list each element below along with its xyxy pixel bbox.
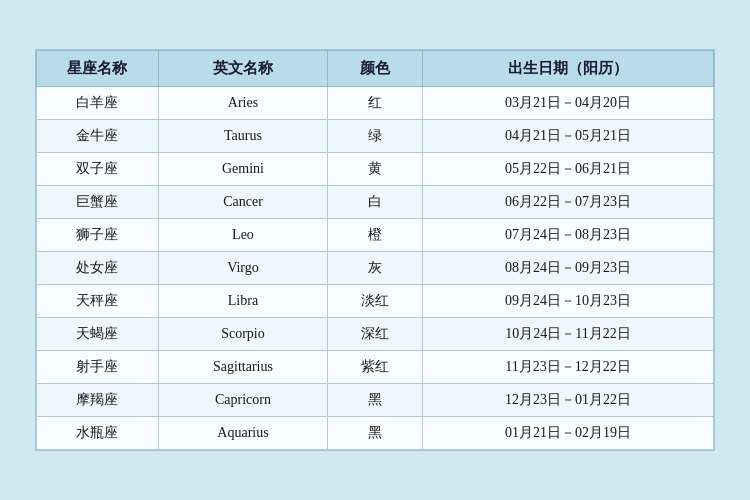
- cell-color: 绿: [328, 120, 423, 153]
- cell-date: 07月24日－08月23日: [422, 219, 713, 252]
- cell-color: 黑: [328, 384, 423, 417]
- cell-chinese: 白羊座: [37, 87, 159, 120]
- cell-chinese: 水瓶座: [37, 417, 159, 450]
- header-date: 出生日期（阳历）: [422, 51, 713, 87]
- cell-color: 白: [328, 186, 423, 219]
- table-row: 狮子座Leo橙07月24日－08月23日: [37, 219, 714, 252]
- cell-english: Gemini: [158, 153, 327, 186]
- cell-chinese: 摩羯座: [37, 384, 159, 417]
- zodiac-table: 星座名称 英文名称 颜色 出生日期（阳历） 白羊座Aries红03月21日－04…: [36, 50, 714, 450]
- cell-english: Aquarius: [158, 417, 327, 450]
- cell-english: Aries: [158, 87, 327, 120]
- cell-chinese: 处女座: [37, 252, 159, 285]
- cell-english: Capricorn: [158, 384, 327, 417]
- cell-english: Cancer: [158, 186, 327, 219]
- cell-color: 橙: [328, 219, 423, 252]
- cell-chinese: 狮子座: [37, 219, 159, 252]
- table-row: 巨蟹座Cancer白06月22日－07月23日: [37, 186, 714, 219]
- header-chinese: 星座名称: [37, 51, 159, 87]
- cell-chinese: 天秤座: [37, 285, 159, 318]
- zodiac-table-container: 星座名称 英文名称 颜色 出生日期（阳历） 白羊座Aries红03月21日－04…: [35, 49, 715, 451]
- table-row: 金牛座Taurus绿04月21日－05月21日: [37, 120, 714, 153]
- cell-english: Scorpio: [158, 318, 327, 351]
- table-header-row: 星座名称 英文名称 颜色 出生日期（阳历）: [37, 51, 714, 87]
- cell-date: 01月21日－02月19日: [422, 417, 713, 450]
- cell-color: 淡红: [328, 285, 423, 318]
- table-row: 射手座Sagittarius紫红11月23日－12月22日: [37, 351, 714, 384]
- cell-english: Virgo: [158, 252, 327, 285]
- cell-date: 06月22日－07月23日: [422, 186, 713, 219]
- cell-date: 08月24日－09月23日: [422, 252, 713, 285]
- cell-date: 10月24日－11月22日: [422, 318, 713, 351]
- table-row: 处女座Virgo灰08月24日－09月23日: [37, 252, 714, 285]
- table-row: 摩羯座Capricorn黑12月23日－01月22日: [37, 384, 714, 417]
- cell-color: 黑: [328, 417, 423, 450]
- cell-color: 黄: [328, 153, 423, 186]
- table-row: 天秤座Libra淡红09月24日－10月23日: [37, 285, 714, 318]
- cell-date: 04月21日－05月21日: [422, 120, 713, 153]
- cell-date: 05月22日－06月21日: [422, 153, 713, 186]
- header-color: 颜色: [328, 51, 423, 87]
- cell-date: 03月21日－04月20日: [422, 87, 713, 120]
- table-row: 白羊座Aries红03月21日－04月20日: [37, 87, 714, 120]
- table-row: 双子座Gemini黄05月22日－06月21日: [37, 153, 714, 186]
- cell-color: 红: [328, 87, 423, 120]
- cell-english: Taurus: [158, 120, 327, 153]
- cell-english: Sagittarius: [158, 351, 327, 384]
- cell-color: 灰: [328, 252, 423, 285]
- table-row: 天蝎座Scorpio深红10月24日－11月22日: [37, 318, 714, 351]
- table-row: 水瓶座Aquarius黑01月21日－02月19日: [37, 417, 714, 450]
- cell-date: 11月23日－12月22日: [422, 351, 713, 384]
- header-english: 英文名称: [158, 51, 327, 87]
- cell-date: 12月23日－01月22日: [422, 384, 713, 417]
- cell-color: 深红: [328, 318, 423, 351]
- cell-chinese: 巨蟹座: [37, 186, 159, 219]
- cell-english: Leo: [158, 219, 327, 252]
- cell-chinese: 射手座: [37, 351, 159, 384]
- cell-chinese: 双子座: [37, 153, 159, 186]
- cell-date: 09月24日－10月23日: [422, 285, 713, 318]
- cell-chinese: 金牛座: [37, 120, 159, 153]
- cell-color: 紫红: [328, 351, 423, 384]
- cell-english: Libra: [158, 285, 327, 318]
- cell-chinese: 天蝎座: [37, 318, 159, 351]
